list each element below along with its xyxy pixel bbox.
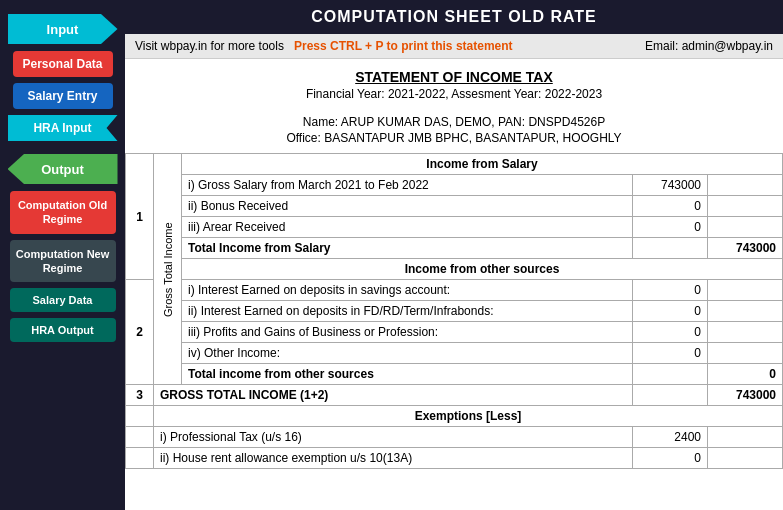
gross-total-row: 3 GROSS TOTAL INCOME (1+2) 743000 bbox=[126, 385, 783, 406]
arear-row: iii) Arear Received 0 bbox=[126, 217, 783, 238]
hra-exemption-row-num bbox=[126, 448, 154, 469]
total-salary-label: Total Income from Salary bbox=[182, 238, 633, 259]
statement-office: Office: BASANTAPUR JMB BPHC, BASANTAPUR,… bbox=[125, 131, 783, 145]
other-income-row: iv) Other Income: 0 bbox=[126, 343, 783, 364]
hra-exemption-row: ii) House rent allowance exemption u/s 1… bbox=[126, 448, 783, 469]
info-bar: Visit wbpay.in for more tools Press CTRL… bbox=[125, 34, 783, 59]
interest-savings-total bbox=[708, 280, 783, 301]
gross-total-label: GROSS TOTAL INCOME (1+2) bbox=[154, 385, 633, 406]
output-label: Output bbox=[8, 154, 118, 184]
interest-fd-amount: 0 bbox=[633, 301, 708, 322]
total-other-label: Total income from other sources bbox=[182, 364, 633, 385]
prof-tax-amount: 2400 bbox=[633, 427, 708, 448]
gross-salary-row: i) Gross Salary from March 2021 to Feb 2… bbox=[126, 175, 783, 196]
other-income-total bbox=[708, 343, 783, 364]
salary-entry-button[interactable]: Salary Entry bbox=[13, 83, 113, 109]
other-sources-header: Income from other sources bbox=[182, 259, 783, 280]
row-num-1: 1 bbox=[126, 154, 154, 280]
prof-tax-label: i) Professional Tax (u/s 16) bbox=[154, 427, 633, 448]
total-other-amount bbox=[633, 364, 708, 385]
total-salary-row: Total Income from Salary 743000 bbox=[126, 238, 783, 259]
salary-header-row: 1 Gross Total Income Income from Salary bbox=[126, 154, 783, 175]
hra-exemption-total bbox=[708, 448, 783, 469]
hra-exemption-amount: 0 bbox=[633, 448, 708, 469]
main-content: COMPUTATION SHEET OLD RATE Visit wbpay.i… bbox=[125, 0, 783, 510]
gross-salary-label: i) Gross Salary from March 2021 to Feb 2… bbox=[182, 175, 633, 196]
computation-new-button[interactable]: Computation New Regime bbox=[10, 240, 116, 283]
computation-old-button[interactable]: Computation Old Regime bbox=[10, 191, 116, 234]
bonus-amount: 0 bbox=[633, 196, 708, 217]
arear-label: iii) Arear Received bbox=[182, 217, 633, 238]
salary-data-button[interactable]: Salary Data bbox=[10, 288, 116, 312]
profits-total bbox=[708, 322, 783, 343]
interest-savings-label: i) Interest Earned on deposits in saving… bbox=[182, 280, 633, 301]
interest-fd-row: ii) Interest Earned on deposits in FD/RD… bbox=[126, 301, 783, 322]
gross-total-amount bbox=[633, 385, 708, 406]
prof-tax-row: i) Professional Tax (u/s 16) 2400 bbox=[126, 427, 783, 448]
sidebar: Input Personal Data Salary Entry HRA Inp… bbox=[0, 0, 125, 510]
other-income-amount: 0 bbox=[633, 343, 708, 364]
prof-tax-total bbox=[708, 427, 783, 448]
statement-title: STATEMENT OF INCOME TAX bbox=[125, 69, 783, 85]
info-bar-email: Email: admin@wbpay.in bbox=[645, 39, 773, 53]
income-table: 1 Gross Total Income Income from Salary … bbox=[125, 153, 783, 469]
statement-year: Financial Year: 2021-2022, Assesment Yea… bbox=[125, 87, 783, 101]
prof-tax-row-num bbox=[126, 427, 154, 448]
hra-output-button[interactable]: HRA Output bbox=[10, 318, 116, 342]
bonus-row: ii) Bonus Received 0 bbox=[126, 196, 783, 217]
bonus-label: ii) Bonus Received bbox=[182, 196, 633, 217]
total-salary-total: 743000 bbox=[708, 238, 783, 259]
other-income-label: iv) Other Income: bbox=[182, 343, 633, 364]
exemptions-header: Exemptions [Less] bbox=[154, 406, 783, 427]
profits-amount: 0 bbox=[633, 322, 708, 343]
statement-area: STATEMENT OF INCOME TAX Financial Year: … bbox=[125, 59, 783, 510]
profits-row: iii) Profits and Gains of Business or Pr… bbox=[126, 322, 783, 343]
profits-label: iii) Profits and Gains of Business or Pr… bbox=[182, 322, 633, 343]
row-num-3: 3 bbox=[126, 385, 154, 406]
interest-savings-row: 2 i) Interest Earned on deposits in savi… bbox=[126, 280, 783, 301]
interest-fd-label: ii) Interest Earned on deposits in FD/RD… bbox=[182, 301, 633, 322]
info-bar-highlight: Press CTRL + P to print this statement bbox=[294, 39, 513, 53]
page-title: COMPUTATION SHEET OLD RATE bbox=[311, 8, 597, 25]
input-label: Input bbox=[8, 14, 118, 44]
personal-data-button[interactable]: Personal Data bbox=[13, 51, 113, 77]
hra-exemption-label: ii) House rent allowance exemption u/s 1… bbox=[154, 448, 633, 469]
interest-fd-total bbox=[708, 301, 783, 322]
statement-header: STATEMENT OF INCOME TAX Financial Year: … bbox=[125, 59, 783, 149]
interest-savings-amount: 0 bbox=[633, 280, 708, 301]
exemptions-header-row: Exemptions [Less] bbox=[126, 406, 783, 427]
total-other-row: Total income from other sources 0 bbox=[126, 364, 783, 385]
vlabel-gross: Gross Total Income bbox=[154, 154, 182, 385]
total-salary-amount bbox=[633, 238, 708, 259]
gross-salary-amount: 743000 bbox=[633, 175, 708, 196]
info-bar-text: Visit wbpay.in for more tools bbox=[135, 39, 284, 53]
gross-total-value: 743000 bbox=[708, 385, 783, 406]
arear-amount: 0 bbox=[633, 217, 708, 238]
statement-name: Name: ARUP KUMAR DAS, DEMO, PAN: DNSPD45… bbox=[125, 115, 783, 129]
title-bar: COMPUTATION SHEET OLD RATE bbox=[125, 0, 783, 34]
hra-input-button[interactable]: HRA Input bbox=[8, 115, 118, 141]
total-other-total: 0 bbox=[708, 364, 783, 385]
gross-salary-total bbox=[708, 175, 783, 196]
exemptions-row-num bbox=[126, 406, 154, 427]
salary-section-header: Income from Salary bbox=[182, 154, 783, 175]
arear-total bbox=[708, 217, 783, 238]
row-num-2: 2 bbox=[126, 280, 154, 385]
other-sources-header-row: Income from other sources bbox=[126, 259, 783, 280]
bonus-total bbox=[708, 196, 783, 217]
